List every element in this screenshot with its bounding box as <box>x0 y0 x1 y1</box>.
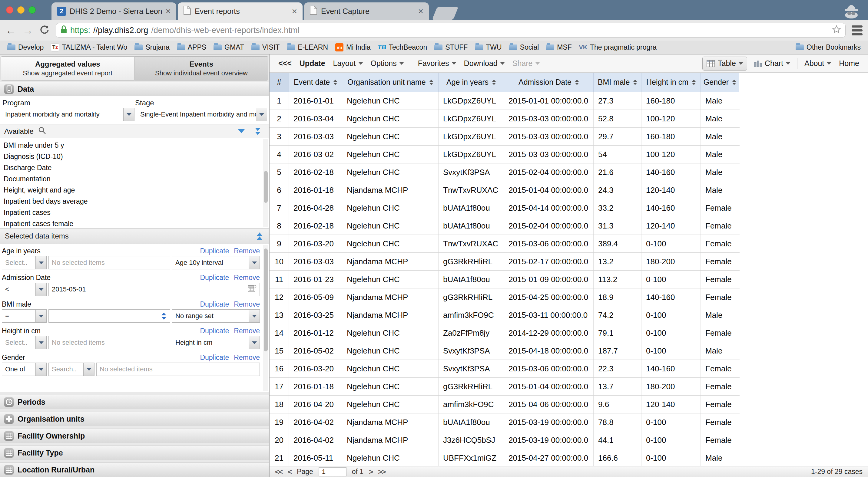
bookmark-visit[interactable]: VISIT <box>248 43 283 52</box>
share-menu[interactable]: Share <box>508 59 544 68</box>
column-header-age-in-years[interactable]: Age in years <box>438 73 504 92</box>
filter-input[interactable]: No selected items <box>49 256 170 269</box>
forward-button[interactable]: → <box>23 25 33 36</box>
list-item-diagnosis-icd-10[interactable]: Diagnosis (ICD-10) <box>0 151 269 162</box>
tab-event-capture[interactable]: Event Capture × <box>304 2 429 20</box>
bookmark-stuff[interactable]: STUFF <box>431 43 471 52</box>
accordion-periods[interactable]: Periods <box>0 395 269 409</box>
table-row[interactable]: 182016-04-20Ngelehun CHCamfim3kFO9C2015-… <box>270 396 740 413</box>
dropdown-arrow-icon[interactable] <box>123 108 134 121</box>
accordion-organisation-units[interactable]: Organisation units <box>0 412 269 426</box>
table-row[interactable]: 22016-03-04Ngelehun CHCLkGDpxZ6UYL2015-0… <box>270 110 740 128</box>
list-item-height-weight-and-age[interactable]: Height, weight and age <box>0 184 269 196</box>
column-header-bmi-male[interactable]: BMI male <box>594 73 642 92</box>
column-header-organisation-unit-name[interactable]: Organisation unit name <box>342 73 438 92</box>
move-selected-down-icon[interactable] <box>238 129 245 133</box>
operator-select[interactable]: < <box>2 283 46 296</box>
remove-link[interactable]: Remove <box>234 274 260 282</box>
list-item-documentation[interactable]: Documentation <box>0 173 269 184</box>
bookmark-star-icon[interactable] <box>832 25 841 36</box>
first-page-button[interactable]: << <box>275 468 282 476</box>
page-input[interactable]: 1 <box>319 467 346 476</box>
close-tab-icon[interactable]: × <box>418 7 424 16</box>
mode-button-events[interactable]: Events Show individual event overview <box>135 56 269 80</box>
duplicate-link[interactable]: Duplicate <box>200 247 229 255</box>
scrollbar-thumb[interactable] <box>264 248 268 351</box>
dropdown-arrow-icon[interactable] <box>35 363 46 376</box>
dropdown-arrow-icon[interactable] <box>249 257 259 269</box>
bookmark-gmat[interactable]: GMAT <box>210 43 248 52</box>
list-item-inpatient-bed-days-average[interactable]: Inpatient bed days average <box>0 196 269 207</box>
interval-select[interactable]: Age 10y interval <box>172 256 260 269</box>
scrollbar-thumb[interactable] <box>264 171 268 203</box>
bookmark-techbeacon[interactable]: TBTechBeacon <box>374 43 431 52</box>
zoom-window-button[interactable] <box>28 6 36 13</box>
column-header-height-in-cm[interactable]: Height in cm <box>642 73 701 92</box>
favorites-menu[interactable]: Favorites <box>414 59 460 68</box>
remove-link[interactable]: Remove <box>234 353 260 362</box>
table-row[interactable]: 172016-01-18Ngelehun CHCgG3RkRHliRL2015-… <box>270 378 740 396</box>
date-input[interactable]: 2015-05-01 <box>49 283 260 296</box>
spinner-buttons[interactable] <box>161 313 167 319</box>
home-button[interactable]: Home <box>835 59 863 68</box>
filter-input[interactable]: No selected items <box>49 336 170 349</box>
dropdown-arrow-icon[interactable] <box>256 108 267 121</box>
interval-select[interactable]: Height in cm <box>172 336 260 349</box>
program-select[interactable]: Inpatient morbidity and mortality <box>2 108 134 121</box>
bookmark-e-learn[interactable]: E-LEARN <box>283 43 332 52</box>
table-row[interactable]: 192016-04-02Njandama MCHPbUAtA1f80ou2015… <box>270 413 740 431</box>
dropdown-arrow-icon[interactable] <box>35 310 46 322</box>
layout-menu[interactable]: Layout <box>329 59 367 68</box>
scrollbar[interactable] <box>263 245 268 391</box>
options-menu[interactable]: Options <box>367 59 408 68</box>
table-row[interactable]: 122016-05-09Njandama MCHPgG3RkRHliRL2015… <box>270 288 740 306</box>
dropdown-arrow-icon[interactable] <box>249 310 259 322</box>
table-view-button[interactable]: Table <box>702 57 747 70</box>
update-button[interactable]: Update <box>296 59 329 68</box>
table-row[interactable]: 152016-05-02Ngelehun CHCSvxytKf3PSA2015-… <box>270 342 740 360</box>
column-header-gender[interactable]: Gender <box>701 73 739 92</box>
list-item-discharge-date[interactable]: Discharge Date <box>0 162 269 173</box>
new-tab-button[interactable] <box>432 7 459 20</box>
table-row[interactable]: 62016-01-18Njandama MCHPTnwTxvRUXAC2015-… <box>270 181 740 199</box>
operator-select[interactable]: One of <box>2 363 46 376</box>
column-header-admission-date[interactable]: Admission Date <box>504 73 594 92</box>
prev-page-button[interactable]: < <box>288 468 291 476</box>
table-row[interactable]: 72016-04-28Ngelehun CHCbUAtA1f80ou2015-0… <box>270 199 740 217</box>
dropdown-arrow-icon[interactable] <box>35 257 46 269</box>
url-field[interactable]: https://play.dhis2.org/demo/dhis-web-eve… <box>56 23 845 37</box>
range-select[interactable]: No range set <box>172 309 260 322</box>
remove-link[interactable]: Remove <box>234 300 260 308</box>
move-all-up-icon[interactable] <box>257 233 262 240</box>
back-button[interactable]: ← <box>5 25 17 36</box>
accordion-location-rural-urban[interactable]: Location Rural/Urban <box>0 463 269 477</box>
table-row[interactable]: 42016-03-02Ngelehun CHCLkGDpxZ6UYL2015-0… <box>270 145 740 164</box>
bookmark-talizma-talent-wo[interactable]: TzTALIZMA - Talent Wo <box>47 43 131 52</box>
search-select[interactable]: Search.. <box>49 363 94 376</box>
table-row[interactable]: 202016-04-02Njandama MCHPJ3z6HCQ5bSJ2015… <box>270 431 740 449</box>
bookmark-msf[interactable]: MSF <box>542 43 576 52</box>
filter-input[interactable]: No selected items <box>96 363 260 376</box>
table-row[interactable]: 112016-01-23Ngelehun CHCbUAtA1f80ou2015-… <box>270 271 740 288</box>
table-row[interactable]: 92016-03-20Ngelehun CHCTnwTxvRUXAC2015-0… <box>270 235 740 253</box>
chrome-menu-button[interactable] <box>851 26 863 35</box>
number-input[interactable] <box>49 309 170 322</box>
tab-event-reports[interactable]: Event reports × <box>178 2 303 20</box>
duplicate-link[interactable]: Duplicate <box>200 353 229 362</box>
about-menu[interactable]: About <box>801 59 835 68</box>
bookmark-srujana[interactable]: Srujana <box>131 43 173 52</box>
next-page-button[interactable]: > <box>369 468 373 476</box>
dropdown-arrow-icon[interactable] <box>249 336 259 349</box>
close-tab-icon[interactable]: × <box>165 7 171 16</box>
table-row[interactable]: 52016-02-18Ngelehun CHCSvxytKf3PSA2015-0… <box>270 164 740 181</box>
bookmark-twu[interactable]: TWU <box>471 43 505 52</box>
bookmark-social[interactable]: Social <box>505 43 543 52</box>
table-row[interactable]: 102016-03-03Njandama MCHPgG3RkRHliRL2015… <box>270 253 740 271</box>
dropdown-arrow-icon[interactable] <box>83 363 94 376</box>
table-row[interactable]: 12016-01-01Ngelehun CHCLkGDpxZ6UYL2015-0… <box>270 92 740 110</box>
duplicate-link[interactable]: Duplicate <box>200 327 229 335</box>
stage-select[interactable]: Single-Event Inpatient morbidity and mor… <box>137 108 267 121</box>
tab-dhis2-demo[interactable]: 2 DHIS 2 Demo - Sierra Leone × <box>52 2 176 20</box>
remove-link[interactable]: Remove <box>234 247 260 255</box>
bookmark-the-pragmatic-progra[interactable]: VKThe pragmatic progra <box>576 43 660 52</box>
